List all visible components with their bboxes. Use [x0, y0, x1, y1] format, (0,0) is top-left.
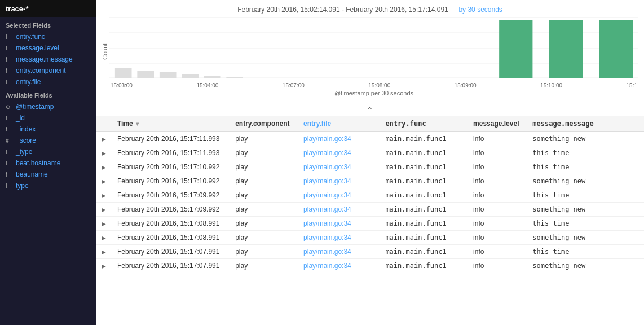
row-expand-arrow[interactable]: ▶: [96, 203, 112, 217]
available-field-beat-hostname[interactable]: fbeat.hostname: [0, 157, 96, 169]
chart-svg: 60 40 20 0: [109, 17, 638, 80]
field-type: f: [6, 45, 14, 51]
cell-time: February 20th 2016, 15:17:07.991: [112, 245, 230, 259]
field-type: f: [6, 126, 14, 133]
cell-level: info: [467, 259, 527, 273]
col-header-component[interactable]: entry.component: [230, 116, 298, 131]
cell-component: play: [230, 160, 298, 174]
cell-message: something new: [527, 131, 644, 146]
table-row: ▶ February 20th 2016, 15:17:11.993 play …: [96, 131, 644, 146]
svg-rect-15: [499, 20, 532, 78]
cell-func: main.main.func1: [380, 231, 467, 245]
cell-message: something new: [527, 203, 644, 217]
col-header-level[interactable]: message.level: [467, 116, 527, 131]
selected-field-entry-file[interactable]: fentry.file: [0, 76, 96, 87]
main-content: February 20th 2016, 15:02:14.091 - Febru…: [96, 0, 644, 325]
available-field--score[interactable]: #_score: [0, 135, 96, 146]
field-type: f: [6, 160, 14, 166]
cell-level: info: [467, 245, 527, 259]
expand-col-header: [96, 116, 112, 131]
x-label-2: 15:04:00: [196, 82, 218, 89]
table-row: ▶ February 20th 2016, 15:17:08.991 play …: [96, 231, 644, 245]
chart-area: February 20th 2016, 15:02:14.091 - Febru…: [96, 0, 644, 104]
available-field--type[interactable]: f_type: [0, 146, 96, 157]
cell-func: main.main.func1: [380, 245, 467, 259]
table-row: ▶ February 20th 2016, 15:17:08.991 play …: [96, 217, 644, 231]
cell-time: February 20th 2016, 15:17:10.992: [112, 160, 230, 174]
cell-component: play: [230, 231, 298, 245]
x-label-5: 15:09:00: [455, 82, 477, 89]
field-label: entry.file: [16, 78, 41, 86]
cell-component: play: [230, 259, 298, 273]
cell-message: something new: [527, 259, 644, 273]
data-table-wrap: Time ▾ entry.component entry.file entry.…: [96, 116, 644, 325]
row-expand-arrow[interactable]: ▶: [96, 245, 112, 259]
svg-rect-16: [549, 20, 583, 78]
row-expand-arrow[interactable]: ▶: [96, 259, 112, 273]
available-field--index[interactable]: f_index: [0, 124, 96, 135]
chart-interval-link[interactable]: by 30 seconds: [458, 6, 502, 14]
field-type: f: [6, 34, 14, 40]
cell-component: play: [230, 245, 298, 259]
row-expand-arrow[interactable]: ▶: [96, 146, 112, 160]
col-header-func[interactable]: entry.func: [380, 116, 467, 131]
table-row: ▶ February 20th 2016, 15:17:09.992 play …: [96, 188, 644, 203]
row-expand-arrow[interactable]: ▶: [96, 231, 112, 245]
available-field--id[interactable]: f_id: [0, 112, 96, 124]
field-label: entry.func: [16, 33, 45, 41]
cell-file: play/main.go:34: [298, 203, 380, 217]
field-label: beat.name: [16, 170, 48, 178]
available-field--timestamp[interactable]: ⊙@timestamp: [0, 101, 96, 112]
cell-file: play/main.go:34: [298, 131, 380, 146]
cell-file: play/main.go:34: [298, 245, 380, 259]
cell-level: info: [467, 131, 527, 146]
cell-time: February 20th 2016, 15:17:08.991: [112, 217, 230, 231]
field-label: _index: [16, 125, 36, 133]
cell-component: play: [230, 188, 298, 203]
cell-message: this time: [527, 245, 644, 259]
cell-level: info: [467, 203, 527, 217]
selected-fields-list: fentry.funcfmessage.levelfmessage.messag…: [0, 31, 96, 87]
row-expand-arrow[interactable]: ▶: [96, 217, 112, 231]
available-field-beat-name[interactable]: fbeat.name: [0, 169, 96, 180]
table-row: ▶ February 20th 2016, 15:17:09.992 play …: [96, 203, 644, 217]
field-label: _type: [16, 148, 32, 156]
field-type: f: [6, 149, 14, 155]
cell-level: info: [467, 188, 527, 203]
row-expand-arrow[interactable]: ▶: [96, 174, 112, 188]
selected-field-message-level[interactable]: fmessage.level: [0, 42, 96, 54]
cell-message: this time: [527, 188, 644, 203]
table-row: ▶ February 20th 2016, 15:17:07.991 play …: [96, 259, 644, 273]
cell-file: play/main.go:34: [298, 217, 380, 231]
cell-component: play: [230, 217, 298, 231]
cell-file: play/main.go:34: [298, 174, 380, 188]
col-header-time[interactable]: Time ▾: [112, 116, 230, 131]
field-type: f: [6, 56, 14, 63]
available-field-type[interactable]: ftype: [0, 180, 96, 191]
selected-field-entry-component[interactable]: fentry.component: [0, 65, 96, 76]
cell-level: info: [467, 217, 527, 231]
selected-field-message-message[interactable]: fmessage.message: [0, 54, 96, 65]
col-header-file[interactable]: entry.file: [298, 116, 380, 131]
col-header-message[interactable]: message.message: [527, 116, 644, 131]
cell-time: February 20th 2016, 15:17:08.991: [112, 231, 230, 245]
row-expand-arrow[interactable]: ▶: [96, 131, 112, 146]
cell-file: play/main.go:34: [298, 160, 380, 174]
selected-field-entry-func[interactable]: fentry.func: [0, 31, 96, 42]
collapse-chart-button[interactable]: ⌃: [96, 104, 644, 116]
field-label: _score: [16, 137, 36, 144]
field-type: ⊙: [6, 104, 14, 110]
field-label: type: [16, 182, 29, 190]
cell-level: info: [467, 146, 527, 160]
cell-file: play/main.go:34: [298, 231, 380, 245]
cell-component: play: [230, 174, 298, 188]
svg-rect-13: [204, 76, 221, 78]
chart-title: February 20th 2016, 15:02:14.091 - Febru…: [102, 3, 638, 15]
cell-time: February 20th 2016, 15:17:10.992: [112, 174, 230, 188]
row-expand-arrow[interactable]: ▶: [96, 188, 112, 203]
row-expand-arrow[interactable]: ▶: [96, 160, 112, 174]
cell-time: February 20th 2016, 15:17:11.993: [112, 131, 230, 146]
x-label-7: 15:1: [627, 82, 637, 89]
field-type: f: [6, 172, 14, 178]
cell-component: play: [230, 131, 298, 146]
